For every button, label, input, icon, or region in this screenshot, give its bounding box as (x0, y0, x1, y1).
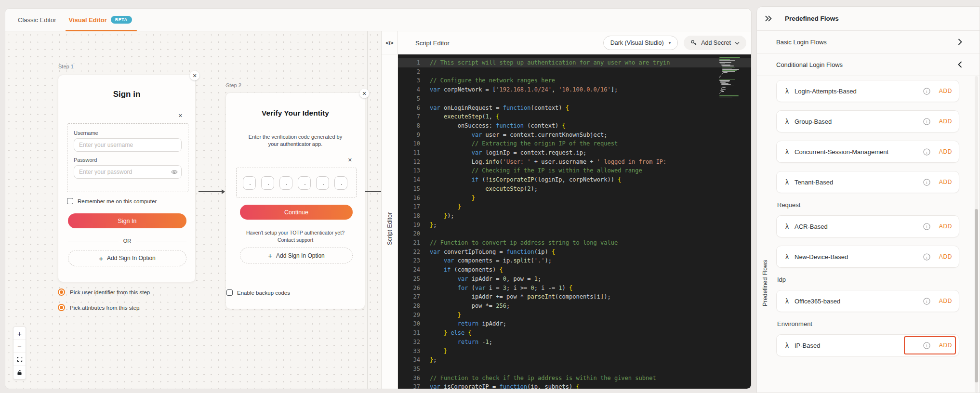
code-line[interactable]: 31 } else { (398, 328, 751, 338)
backup-codes-checkbox[interactable] (226, 289, 233, 296)
code-line[interactable]: 27 ipAddr += pow * parseInt(components[i… (398, 292, 751, 301)
code-line[interactable]: 26 for (var i = 3; i >= 0; i -= 1) { (398, 284, 751, 293)
info-icon[interactable]: i (923, 253, 930, 261)
option-user-identifier[interactable]: Pick user identifier from this step (58, 288, 150, 296)
add-button[interactable]: ADD (939, 179, 952, 185)
theme-dropdown[interactable]: Dark (Visual Studio) ▾ (603, 36, 678, 50)
code-line[interactable]: 32 return -1; (398, 338, 751, 347)
username-input[interactable] (74, 138, 182, 152)
code-line[interactable]: 36// Function to check if the ip address… (398, 374, 751, 383)
continue-button[interactable]: Continue (240, 205, 353, 220)
code-line[interactable]: 17 } (398, 202, 751, 211)
script-editor-vertical-tab[interactable]: Script Editor (382, 195, 398, 262)
code-line[interactable]: 19}; (398, 221, 751, 230)
code-line[interactable]: 25 var ipAddr = 0, pow = 1; (398, 275, 751, 284)
remember-me-checkbox[interactable] (67, 198, 73, 204)
add-button[interactable]: ADD (939, 118, 952, 125)
code-line[interactable]: 21// Function to convert ip address stri… (398, 238, 751, 248)
zoom-in-button[interactable]: + (13, 327, 26, 340)
code-line[interactable]: 34}; (398, 355, 751, 365)
flow-item[interactable]: λTenant-BasediADD (776, 171, 959, 193)
info-icon[interactable]: i (923, 88, 930, 95)
group-basic-login-flows[interactable]: Basic Login Flows (757, 31, 980, 53)
add-button[interactable]: ADD (939, 223, 952, 230)
code-toggle-icon[interactable]: </> (382, 31, 397, 54)
code-line[interactable]: 3// Configure the network ranges here (398, 76, 751, 85)
code-line[interactable]: 35 (398, 365, 751, 374)
add-button[interactable]: ADD (939, 253, 952, 260)
info-icon[interactable]: i (923, 298, 930, 305)
code-line[interactable]: 24 if (components) { (398, 265, 751, 275)
step1-close-icon[interactable]: ✕ (190, 71, 199, 80)
code-line[interactable]: 4var corpNetwork = ['192.168.1.0/24', '1… (398, 85, 751, 94)
add-button[interactable]: ADD (939, 148, 952, 155)
otp-box[interactable] (298, 176, 311, 190)
flow-item[interactable]: λNew-Device-BasediADD (776, 246, 959, 268)
add-button[interactable]: ADD (939, 298, 952, 304)
code-line[interactable]: 7 executeStep(1, { (398, 112, 751, 121)
step1-group-close-icon[interactable]: ✕ (178, 113, 183, 119)
add-secret-button[interactable]: Add Secret (684, 36, 746, 50)
flow-item[interactable]: λLogin-Attempts-BasediADD (776, 80, 959, 102)
info-icon[interactable]: i (923, 118, 930, 125)
option-attributes[interactable]: Pick attributes from this step (58, 304, 139, 311)
code-line[interactable]: 20 (398, 229, 751, 238)
step2-card[interactable]: ✕ Verify Your Identity Enter the verific… (225, 92, 365, 309)
code-line[interactable]: 9 var user = context.currentKnownSubject… (398, 131, 751, 140)
step2-group-close-icon[interactable]: ✕ (348, 157, 352, 163)
step2-close-icon[interactable]: ✕ (359, 89, 369, 98)
code-line[interactable]: 29 } (398, 311, 751, 320)
code-line[interactable]: 16 } (398, 194, 751, 203)
flow-item[interactable]: λIP-BasediADD (776, 334, 959, 356)
code-line[interactable]: 10 // Extracting the origin IP of the re… (398, 139, 751, 148)
code-line[interactable]: 12 Log.info('User: ' + user.username + '… (398, 157, 751, 167)
radio-icon[interactable] (58, 288, 65, 296)
step1-fields-group[interactable]: Username Password (67, 123, 188, 192)
code-line[interactable]: 28 pow *= 256; (398, 301, 751, 311)
otp-box[interactable] (261, 176, 274, 190)
flow-item[interactable]: λACR-BasediADD (776, 215, 959, 237)
fit-view-button[interactable] (13, 353, 26, 366)
code-line[interactable]: 33 } (398, 347, 751, 356)
code-line[interactable]: 5 (398, 94, 751, 104)
code-line[interactable]: 23 var components = ip.split('.'); (398, 256, 751, 265)
otp-box[interactable] (316, 176, 329, 190)
code-line[interactable]: 1// This script will step up authenticat… (398, 58, 751, 67)
otp-group[interactable] (236, 168, 357, 197)
code-line[interactable]: 13 // Checking if the IP is within the a… (398, 166, 751, 175)
flow-item[interactable]: λConcurrent-Session-ManagementiADD (776, 141, 959, 163)
group-conditional-login-flows[interactable]: Conditional Login Flows (757, 53, 980, 76)
info-icon[interactable]: i (923, 342, 930, 349)
code-line[interactable]: 22var convertIpToLong = function(ip) { (398, 248, 751, 257)
password-input[interactable] (74, 165, 182, 179)
otp-inputs[interactable] (243, 176, 347, 190)
otp-box[interactable] (243, 176, 256, 190)
add-sign-in-option-button[interactable]: + Add Sign In Option (68, 250, 186, 266)
code-line[interactable]: 37var isCorporateIP = function(ip, subne… (398, 382, 751, 389)
tab-visual-editor[interactable]: Visual Editor BETA (68, 9, 132, 31)
remember-me-row[interactable]: Remember me on this computer (67, 198, 157, 204)
code-line[interactable]: 30 return ipAddr; (398, 319, 751, 328)
radio-icon[interactable] (58, 304, 65, 311)
flow-item[interactable]: λOffice365-basediADD (776, 290, 959, 312)
backup-codes-row[interactable]: Enable backup codes (226, 289, 290, 296)
code-editor[interactable]: 1// This script will step up authenticat… (398, 54, 751, 389)
code-line[interactable]: 18 }); (398, 211, 751, 221)
add-sign-in-option-button-2[interactable]: + Add Sign In Option (240, 248, 353, 263)
show-password-icon[interactable] (171, 169, 178, 175)
add-button[interactable]: ADD (939, 88, 952, 94)
code-line[interactable]: 6var onLoginRequest = function(context) … (398, 104, 751, 113)
code-line[interactable]: 15 executeStep(2); (398, 184, 751, 194)
collapse-right-icon[interactable] (765, 15, 772, 22)
info-icon[interactable]: i (923, 148, 930, 156)
tab-classic-editor[interactable]: Classic Editor (18, 9, 56, 31)
zoom-out-button[interactable]: − (13, 340, 26, 353)
code-line[interactable]: 8 onSuccess: function (context) { (398, 121, 751, 131)
scrollbar-thumb[interactable] (975, 209, 978, 382)
lock-button[interactable] (13, 366, 26, 379)
info-icon[interactable]: i (923, 179, 930, 186)
flow-item[interactable]: λGroup-BasediADD (776, 110, 959, 132)
info-icon[interactable]: i (923, 223, 930, 230)
code-line[interactable]: 14 if (!isCorporateIP(loginIp, corpNetwo… (398, 175, 751, 184)
code-line[interactable]: 11 var loginIp = context.request.ip; (398, 148, 751, 157)
